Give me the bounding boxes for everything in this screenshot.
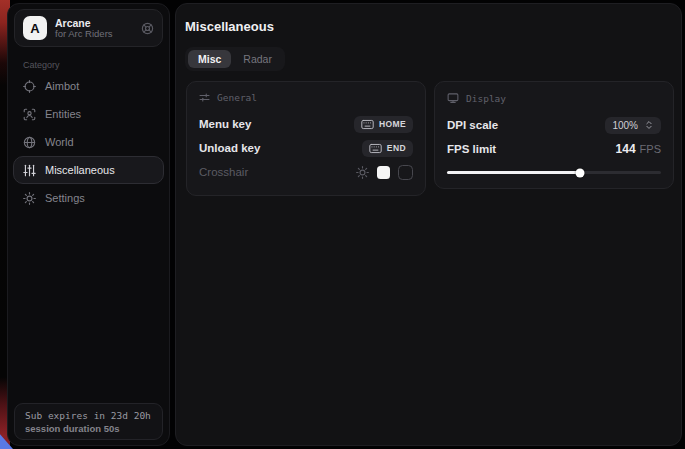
fps-number: 144 (616, 142, 636, 156)
sidebar-item-settings[interactable]: Settings (13, 184, 164, 212)
crosshair-checkbox[interactable] (398, 165, 413, 180)
monitor-icon (447, 92, 459, 104)
sidebar-item-entities[interactable]: Entities (13, 100, 164, 128)
brand-card: A Arcane for Arc Riders (14, 9, 163, 47)
sliders-vertical-icon (23, 164, 36, 177)
sidebar-item-label: Settings (45, 192, 85, 204)
gear-icon[interactable] (356, 166, 369, 179)
unload-key-row: Unload key END (199, 136, 413, 160)
crosshair-label: Crosshair (199, 166, 248, 178)
fps-limit-slider[interactable] (447, 167, 661, 177)
unload-key-label: Unload key (199, 142, 260, 154)
subscription-info-card: Sub expires in 23d 20h session duration … (14, 403, 163, 440)
menu-key-label: Menu key (199, 118, 251, 130)
slider-thumb[interactable] (575, 168, 584, 177)
brand-text: Arcane for Arc Riders (55, 17, 133, 40)
brand-subtitle: for Arc Riders (55, 29, 133, 40)
page-title: Miscellaneous (185, 19, 274, 34)
entities-icon (23, 108, 36, 121)
menu-key-value: HOME (379, 119, 406, 129)
sidebar-item-label: Aimbot (45, 80, 79, 92)
crosshair-color-swatch[interactable] (377, 166, 390, 179)
brand-logo: A (23, 16, 47, 40)
crosshair-controls (356, 165, 413, 180)
crosshair-row: Crosshair (199, 160, 413, 184)
sliders-horizontal-icon (199, 92, 210, 103)
sidebar-item-aimbot[interactable]: Aimbot (13, 72, 164, 100)
display-card: Display DPI scale 100% FPS limit 144 (434, 81, 674, 189)
fps-limit-label: FPS limit (447, 143, 496, 155)
display-card-title: Display (466, 93, 506, 104)
main-panel: Miscellaneous Misc Radar General Menu ke… (175, 3, 682, 446)
brand-title: Arcane (55, 17, 133, 29)
keyboard-icon (361, 119, 374, 130)
sidebar-item-miscellaneous[interactable]: Miscellaneous (13, 156, 164, 184)
keyboard-icon (369, 143, 382, 154)
sidebar: A Arcane for Arc Riders Category Aimbot (7, 3, 170, 446)
menu-key-bind-button[interactable]: HOME (354, 116, 413, 133)
sidebar-item-label: Entities (45, 108, 81, 120)
slider-fill (447, 171, 580, 174)
tab-bar: Misc Radar (185, 47, 285, 71)
cards-row: General Menu key HOME (186, 81, 674, 196)
menu-key-row: Menu key HOME (199, 112, 413, 136)
unload-key-value: END (387, 143, 406, 153)
crosshair-icon (23, 80, 36, 93)
display-card-header: Display (447, 92, 661, 104)
unload-key-bind-button[interactable]: END (362, 140, 413, 157)
sidebar-item-label: World (45, 136, 74, 148)
fps-limit-row: FPS limit 144 FPS (447, 137, 661, 161)
general-card-header: General (199, 92, 413, 103)
dpi-scale-value: 100% (612, 120, 638, 131)
gear-icon (23, 192, 36, 205)
dpi-scale-row: DPI scale 100% (447, 113, 661, 137)
sidebar-item-world[interactable]: World (13, 128, 164, 156)
category-label: Category (23, 60, 60, 70)
tab-misc[interactable]: Misc (188, 50, 231, 68)
tab-radar[interactable]: Radar (233, 50, 282, 68)
sidebar-nav: Aimbot Entities (13, 72, 164, 212)
fps-unit: FPS (640, 143, 661, 155)
general-card-title: General (217, 92, 257, 103)
sidebar-item-label: Miscellaneous (45, 164, 115, 176)
lifebuoy-icon[interactable] (141, 22, 154, 35)
session-duration-text: session duration 50s (25, 423, 152, 434)
globe-icon (23, 136, 36, 149)
sub-expires-text: Sub expires in 23d 20h (25, 410, 152, 421)
general-card: General Menu key HOME (186, 81, 426, 196)
chevrons-up-down-icon (644, 120, 654, 130)
dpi-scale-select[interactable]: 100% (605, 117, 661, 134)
dpi-scale-label: DPI scale (447, 119, 498, 131)
fps-limit-value: 144 FPS (616, 142, 661, 156)
